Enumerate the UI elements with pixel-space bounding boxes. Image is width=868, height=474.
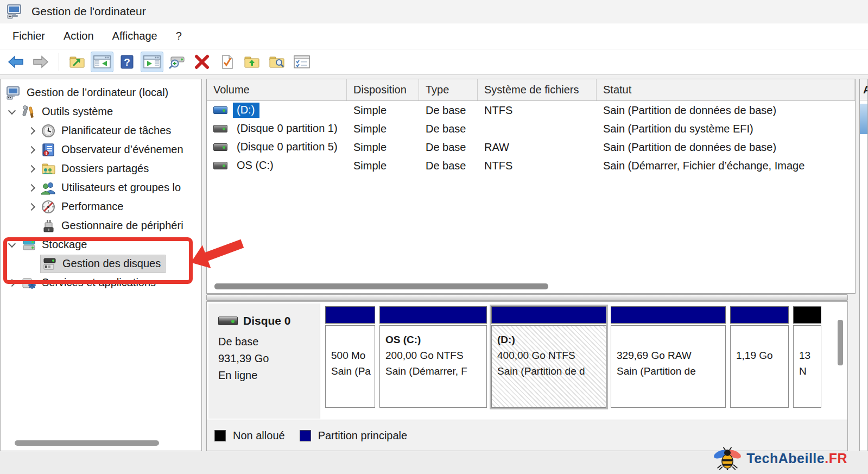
volume-drive-icon [213, 143, 227, 151]
partition-small[interactable]: 1,19 Go [730, 306, 789, 408]
partition-status: Sain (Pa [331, 364, 371, 380]
partition-strip: 500 Mo Sain (Pa OS (C:) 200,00 Go NTFS S… [325, 306, 821, 408]
computer-management-window: Gestion de l'ordinateur Fichier Action A… [0, 0, 868, 451]
chevron-right-icon[interactable] [22, 197, 41, 216]
partition-size: 13 [799, 348, 818, 364]
partition-os-c[interactable]: OS (C:) 200,00 Go NTFS Sain (Démarrer, F [379, 306, 487, 408]
partition-color-band [611, 306, 726, 324]
volume-list-panel: Volume Disposition Type Système de fichi… [206, 79, 856, 294]
chevron-right-icon[interactable] [22, 121, 41, 140]
check-document-icon [219, 54, 235, 69]
cell-type: De base [419, 141, 478, 154]
disk-0-header[interactable]: Disque 0 De base 931,39 Go En ligne [208, 304, 320, 419]
annotation-arrow-icon [187, 233, 246, 273]
partition-d-selected[interactable]: (D:) 400,00 Go NTFS Sain (Partition de d [491, 306, 606, 408]
menu-help[interactable]: ? [167, 23, 191, 49]
local-users-icon [41, 181, 56, 195]
delete-button[interactable] [191, 52, 213, 72]
partition-color-band [730, 306, 789, 324]
shared-folders-icon [41, 162, 56, 176]
partition-unallocated[interactable]: 13 N [793, 306, 821, 408]
partition-name [799, 332, 818, 348]
cell-fs: NTFS [478, 160, 597, 172]
computer-management-app-icon [7, 4, 24, 19]
table-row[interactable]: OS (C:) Simple De base NTFS Sain (Démarr… [207, 156, 855, 175]
volume-name: OS (C:) [233, 158, 278, 173]
cell-statut: Sain (Partition du système EFI) [597, 123, 855, 135]
export-list-button[interactable] [66, 52, 88, 72]
disk-graphical-view-panel: Disque 0 De base 931,39 Go En ligne 500 … [206, 301, 848, 451]
tree-horizontal-scrollbar[interactable] [15, 440, 159, 446]
legend-swatch-primary [300, 430, 311, 441]
disk-view-vertical-scrollbar[interactable] [838, 320, 843, 365]
menu-fichier[interactable]: Fichier [3, 23, 54, 49]
help-button[interactable]: ? [116, 52, 138, 72]
chevron-right-icon[interactable] [22, 159, 41, 178]
menu-action[interactable]: Action [54, 23, 103, 49]
tree-item-observateur[interactable]: Observateur d’événemen [1, 140, 201, 159]
partition-color-band [325, 306, 375, 324]
tree-item-label: Utilisateurs et groupes lo [61, 181, 181, 194]
panel-splitter[interactable] [206, 294, 848, 301]
toolbar-separator [59, 53, 59, 71]
show-console-tree-icon [93, 54, 111, 69]
forward-button[interactable] [29, 52, 52, 72]
show-console-tree-button[interactable] [91, 52, 113, 72]
column-header-volume[interactable]: Volume [207, 79, 347, 100]
volume-list-horizontal-scrollbar[interactable] [214, 283, 548, 289]
cell-statut: Sain (Partition de données de base) [597, 141, 855, 154]
tree-item-computer-management[interactable]: Gestion de l’ordinateur (local) [1, 83, 201, 102]
actions-pane-sliver: A [859, 79, 868, 451]
chevron-right-icon[interactable] [22, 140, 41, 159]
column-header-statut[interactable]: Statut [597, 79, 855, 100]
tree-item-utilisateurs-groupes[interactable]: Utilisateurs et groupes lo [1, 178, 201, 197]
partition-size: 500 Mo [331, 348, 371, 364]
check-document-button[interactable] [216, 52, 238, 72]
table-row[interactable]: (Disque 0 partition 5) Simple De base RA… [207, 138, 855, 156]
actions-pane-header: A [860, 79, 867, 100]
properties-button[interactable] [290, 52, 313, 72]
volume-drive-icon [213, 125, 227, 132]
partition-size: 329,69 Go RAW [617, 348, 722, 364]
watermark-suffix: .FR [825, 451, 847, 466]
title-bar: Gestion de l'ordinateur [0, 0, 868, 23]
chevron-right-icon[interactable] [22, 178, 41, 197]
table-row[interactable]: (Disque 0 partition 1) Simple De base Sa… [207, 119, 855, 138]
column-header-systeme-fichiers[interactable]: Système de fichiers [478, 79, 597, 100]
cell-fs: RAW [478, 141, 597, 154]
annotation-highlight-rectangle [3, 237, 193, 284]
actions-pane-selected-item[interactable] [860, 104, 867, 134]
back-button[interactable] [4, 52, 27, 72]
computer-icon [6, 86, 21, 100]
rescan-disks-icon [168, 54, 186, 69]
rescan-disks-button[interactable] [166, 52, 188, 72]
cell-disposition: Simple [347, 104, 419, 117]
partition-status: N [799, 364, 818, 380]
tree-item-dossiers-partages[interactable]: Dossiers partagés [1, 159, 201, 178]
tree-item-gestionnaire-peripheriques[interactable]: Gestionnaire de périphéri [1, 216, 201, 235]
legend-swatch-unallocated [214, 430, 226, 441]
cell-type: De base [419, 123, 478, 135]
partition-name [736, 332, 785, 348]
cell-statut: Sain (Partition de données de base) [597, 104, 855, 117]
menu-affichage[interactable]: Affichage [103, 23, 167, 49]
column-header-disposition[interactable]: Disposition [347, 79, 419, 100]
tree-item-performance[interactable]: Performance [1, 197, 201, 216]
svg-text:?: ? [124, 56, 130, 68]
partition-raw[interactable]: 329,69 Go RAW Sain (Partition de [611, 306, 726, 408]
chevron-down-icon[interactable] [3, 102, 21, 121]
tree-item-label: Dossiers partagés [61, 162, 149, 175]
table-row[interactable]: (D:) Simple De base NTFS Sain (Partition… [207, 101, 855, 119]
partition-efi[interactable]: 500 Mo Sain (Pa [325, 306, 375, 408]
show-action-pane-button[interactable] [141, 52, 163, 72]
tree-item-label: Gestionnaire de périphéri [61, 219, 183, 232]
partition-status: Sain (Partition de d [497, 364, 603, 380]
folder-up-button[interactable] [240, 52, 263, 72]
folder-search-button[interactable] [265, 52, 288, 72]
tree-item-outils-systeme[interactable]: Outils système [1, 102, 201, 121]
column-header-type[interactable]: Type [419, 79, 478, 100]
device-manager-icon [41, 219, 56, 233]
tree-item-planificateur[interactable]: Planificateur de tâches [1, 121, 201, 140]
partition-color-band [491, 306, 606, 324]
tree-item-label: Planificateur de tâches [61, 124, 171, 137]
